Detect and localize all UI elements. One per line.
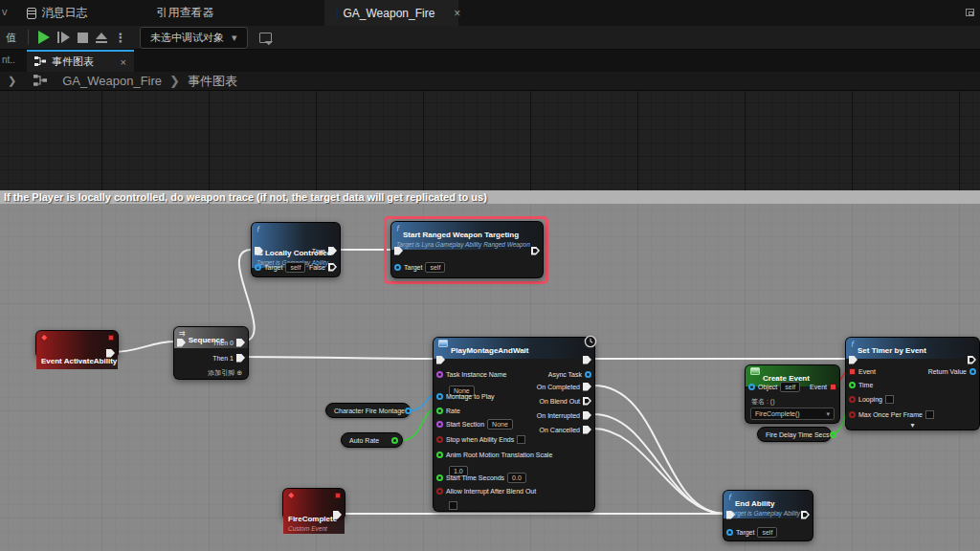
pin-return-value[interactable]: Return Value [928,366,976,376]
pin-value-field[interactable]: None [487,419,513,430]
pin-event[interactable]: Event [849,366,876,376]
node-is-locally-controlled[interactable]: ƒIs Locally ControlledTarget is Gameplay… [251,222,341,277]
exec-pin[interactable] [333,511,342,519]
exec-pin[interactable] [531,247,540,255]
pin-checkbox[interactable] [925,410,934,419]
pin-on-completed[interactable]: On Completed [537,382,591,391]
close-tab-icon[interactable]: × [121,56,126,68]
pin-stop-when-ability-ends[interactable]: Stop when Ability Ends [436,434,525,444]
exec-pin[interactable] [583,383,591,391]
pin-exec[interactable] [106,348,115,358]
graph-canvas[interactable]: If the Player is locally controlled, do … [0,91,980,551]
pin-on-cancelled[interactable]: On Cancelled [540,425,591,434]
exec-pin[interactable] [583,411,591,420]
play-options-button[interactable]: ⋮ [111,28,130,47]
delegate-pin[interactable] [830,384,836,390]
green-pin[interactable] [436,408,443,414]
exec-pin[interactable] [726,511,735,519]
exec-pin[interactable] [801,511,810,519]
exec-pin[interactable] [236,354,245,363]
node-sequence[interactable]: ⇉SequenceThen 0Then 1添加引脚 ⊕ [173,326,249,380]
pin-value-field[interactable]: self [425,262,445,273]
pin-exec[interactable] [726,510,735,519]
blue-pin[interactable] [585,371,591,378]
node-play-montage-and-wait[interactable]: PlayMontageAndWaitTask Instance NameNone… [433,337,595,512]
pin-exec[interactable] [849,355,858,364]
pin-async-task[interactable]: Async Task [548,369,591,379]
exec-pin[interactable] [583,426,591,434]
blue-pin[interactable] [255,264,261,271]
tab-reference-viewer[interactable]: 引用查看器 [100,0,272,26]
pin-true[interactable]: True [312,246,337,255]
play-button[interactable] [34,28,54,47]
pin-max-once-per-frame[interactable]: Max Once Per Frame [849,409,934,419]
pin-rate[interactable]: Rate [436,406,460,415]
tab-message-log[interactable]: 消息日志 [15,0,100,26]
pin-value-field[interactable]: self [780,382,800,392]
pin-checkbox[interactable] [885,395,894,404]
collapse-arrow-icon[interactable]: ❯ [0,75,24,87]
pin-start-time-seconds[interactable]: Start Time Seconds0.0 [436,473,526,482]
green-pin[interactable] [830,431,836,438]
maroon-pin[interactable] [849,411,856,418]
pin-target[interactable]: Targetself [726,527,777,537]
exec-pin[interactable] [106,349,115,358]
pin-exec[interactable] [333,510,342,519]
blue-pin[interactable] [969,368,976,375]
pin-object[interactable]: Objectself [748,382,800,391]
window-layout-icon[interactable] [966,9,974,16]
pin-exec[interactable] [801,510,810,519]
pin-on-blend-out[interactable]: On Blend Out [540,396,591,406]
expand-advanced-icon[interactable]: ▾ [846,422,979,430]
debug-object-dropdown[interactable]: 未选中调试对象 ▾ [140,27,248,49]
pin-start-section[interactable]: Start SectionNone [436,419,513,429]
blue-pin[interactable] [748,384,755,390]
exec-pin[interactable] [328,263,337,272]
exec-pin[interactable] [583,356,591,364]
tab-ga-weapon-fire[interactable]: GA_Weapon_Fire × [324,0,458,26]
node-set-timer-by-event[interactable]: ƒSet Timer by EventEventReturn ValueTime… [845,337,980,430]
tab-event-graph[interactable]: 事件图表 × [27,50,134,72]
pin-exec[interactable] [531,246,540,255]
breadcrumb-blueprint-name[interactable]: GA_Weapon_Fire [62,74,162,88]
pin-exec[interactable] [968,355,976,364]
variable-character-fire-montage[interactable]: Character Fire Montage [325,403,411,418]
violet-pin[interactable] [436,371,443,378]
node-end-ability[interactable]: ƒEnd AbilityTarget is Gameplay AbilityTa… [723,490,813,541]
add-pin-button[interactable]: 添加引脚 ⊕ [208,368,242,378]
pin-value-field[interactable]: self [285,262,305,273]
exec-pin[interactable] [849,356,858,364]
pin-exec[interactable] [394,246,403,255]
pin-exec[interactable] [436,355,445,364]
blue-pin[interactable] [436,393,443,400]
exec-pin[interactable] [968,356,976,364]
delegate-pin[interactable] [849,368,856,375]
blue-pin[interactable] [405,408,412,414]
variable-auto-rate[interactable]: Auto Rate [341,432,403,448]
pin-montage-to-play[interactable]: Montage to Play [436,391,495,401]
pin-allow-interrupt-after-blend-out[interactable]: Allow Interrupt After Blend Out [436,486,536,514]
pin-checkbox[interactable] [517,435,525,444]
exec-pin[interactable] [436,356,445,364]
comment-box-title[interactable]: If the Player is locally controlled, do … [0,190,980,204]
node-create-event[interactable]: Create EventObjectselfEvent签名 : ()FireCo… [745,364,840,424]
variable-fire-delay-time-secs[interactable]: Fire Delay Time Secs [757,427,832,442]
find-in-content-browser-icon[interactable] [259,33,272,43]
exec-pin[interactable] [177,339,186,347]
pin-then-0[interactable]: Then 0 [212,338,245,347]
pin-event[interactable]: Event [810,382,836,391]
pin-false[interactable]: False [309,262,337,272]
violet-pin[interactable] [436,421,443,428]
breadcrumb-graph-name[interactable]: 事件图表 [188,73,237,90]
pin-then-1[interactable]: Then 1 [212,353,245,363]
pin-exec[interactable] [177,338,186,347]
exec-pin[interactable] [394,247,403,255]
node-start-ranged-weapon-targeting[interactable]: ƒStart Ranged Weapon TargetingTarget is … [390,221,544,278]
maroon-pin[interactable] [436,436,443,443]
pin-exec[interactable] [255,246,263,255]
event-select-dropdown[interactable]: FireComplete()▾ [750,408,835,420]
frame-skip-button[interactable] [54,28,73,47]
pin-target[interactable]: Targetself [255,262,305,272]
maroon-pin[interactable] [849,396,856,403]
node-event-activate-ability[interactable]: ◆Event ActivateAbility [35,330,119,359]
